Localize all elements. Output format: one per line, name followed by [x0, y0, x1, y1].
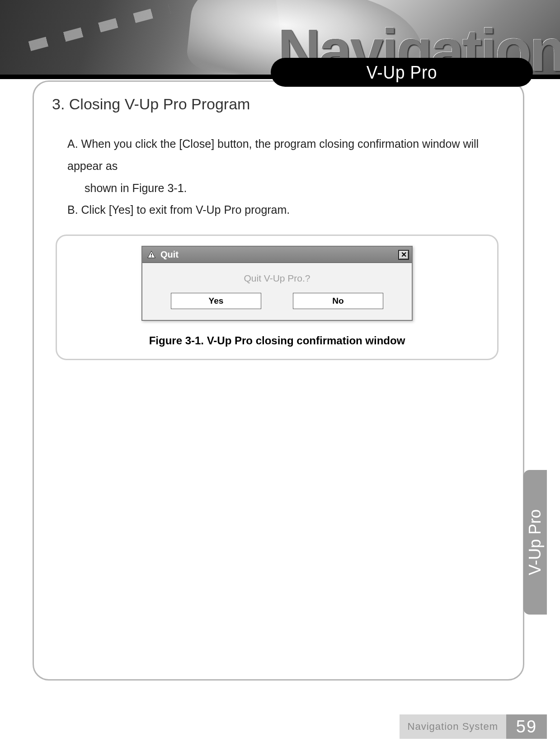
dialog-titlebar: Quit ✕: [142, 247, 412, 263]
page-footer: Navigation System 59: [0, 714, 547, 739]
para-a-line1: A. When you click the [Close] button, th…: [67, 137, 479, 172]
dialog-title-text: Quit: [160, 249, 179, 260]
yes-button[interactable]: Yes: [171, 293, 261, 309]
quit-dialog: Quit ✕ Quit V-Up Pro.? Yes No: [141, 246, 413, 321]
para-a-line2: shown in Figure 3-1.: [67, 177, 505, 199]
close-icon: ✕: [401, 250, 407, 259]
footer-page-number: 59: [506, 714, 547, 739]
dialog-body: Quit V-Up Pro.? Yes No: [142, 263, 412, 320]
figure-caption: Figure 3-1. V-Up Pro closing confirmatio…: [67, 334, 487, 347]
side-tab-label: V-Up Pro: [526, 509, 545, 575]
svg-rect-1: [151, 253, 152, 255]
section-pill-badge: V-Up Pro: [271, 58, 533, 87]
dialog-close-button[interactable]: ✕: [398, 250, 409, 260]
body-text: A. When you click the [Close] button, th…: [67, 133, 505, 221]
section-title: 3. Closing V-Up Pro Program: [52, 95, 505, 113]
footer-label: Navigation System: [400, 714, 506, 739]
figure-box: Quit ✕ Quit V-Up Pro.? Yes No Figure 3-1…: [56, 235, 499, 360]
svg-rect-2: [151, 256, 152, 257]
dialog-button-row: Yes No: [147, 293, 407, 316]
section-pill-label: V-Up Pro: [367, 62, 438, 83]
para-b: B. Click [Yes] to exit from V-Up Pro pro…: [67, 203, 290, 216]
side-tab: V-Up Pro: [523, 470, 547, 615]
warning-icon: [147, 250, 156, 259]
dialog-message: Quit V-Up Pro.?: [147, 273, 407, 284]
no-button[interactable]: No: [293, 293, 383, 309]
content-frame: 3. Closing V-Up Pro Program A. When you …: [33, 80, 524, 681]
